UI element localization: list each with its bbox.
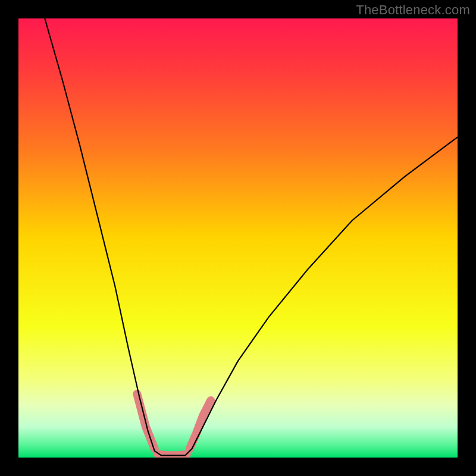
plot-area (18, 18, 458, 458)
chart-svg (18, 18, 458, 458)
chart-frame: TheBottleneck.com (0, 0, 476, 476)
watermark-text: TheBottleneck.com (356, 2, 470, 18)
gradient-background (18, 18, 458, 458)
